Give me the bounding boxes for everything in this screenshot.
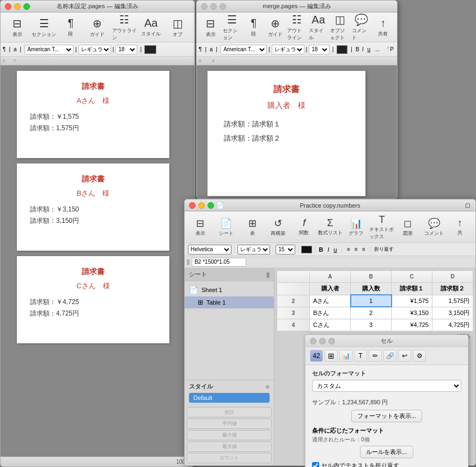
num-chart-btn[interactable]: 📊グラフ [344,213,369,241]
format-type-select[interactable]: カスタム [312,380,461,392]
num-view-btn[interactable]: ⊟表示 [188,213,213,241]
default-style[interactable]: Default [189,393,270,403]
pages-left-content: 請求書 Aさん 様 請求額：￥1,575 請求額：1,575円 請求書 Bさん … [1,65,194,467]
merge-section-btn[interactable]: ☰セクション [223,13,242,41]
num-table-btn[interactable]: ⊞表 [240,213,265,241]
toolbar-section-btn[interactable]: ☰セクション [32,13,56,41]
cell-c2[interactable]: ¥1,575 [392,295,432,307]
cp-icon-link[interactable]: 🔗 [383,350,396,362]
table-1-item[interactable]: ⊞ Table 1 [185,296,274,308]
rule-display-button[interactable]: ルールを表示... [360,446,413,458]
numbers-window-expand[interactable]: ▢ [465,202,470,208]
size-select-merge[interactable]: 18 [309,45,329,54]
num-function-btn[interactable]: f関数 [292,213,317,241]
num-comment-btn[interactable]: 💬コメント [422,213,447,241]
italic-btn[interactable]: I [326,246,330,253]
merge-paragraph-btn[interactable]: ¶段 [244,13,264,41]
cell-b3[interactable]: 2 [351,307,392,319]
cell-b4[interactable]: 3 [351,319,392,331]
cp-icon-text[interactable]: T [354,350,367,362]
bold-btn[interactable]: B [318,246,324,253]
close-btn-merge[interactable] [201,3,208,10]
num-share-btn[interactable]: ↑共 [447,213,472,241]
col-B[interactable]: B [351,271,392,283]
num-font-select[interactable]: Helvetica [188,245,231,254]
min-btn-merge[interactable] [210,3,217,10]
header-col-d[interactable]: 請求額２ [432,283,473,295]
font-select-left[interactable]: American T... [25,45,74,54]
cp-icon-42[interactable]: 42 [310,350,323,362]
merge-object-btn[interactable]: ◫オブジェクト [330,13,350,41]
merge-style-btn[interactable]: Aaスタイル [309,13,328,41]
num-rebuild-btn[interactable]: ↺再構築 [266,213,291,241]
col-D[interactable]: D [432,271,473,283]
max-btn-merge[interactable] [219,3,226,10]
toolbar-object-btn[interactable]: ◫オブ [166,13,190,41]
style-select-left[interactable]: レギュラー [78,45,111,54]
minimize-button[interactable] [14,3,21,10]
close-btn-numbers[interactable] [189,202,196,209]
cell-c3[interactable]: ¥3,150 [392,307,432,319]
cell-tl-close[interactable] [310,338,316,344]
color-swatch-merge[interactable] [337,45,348,54]
size-select-left[interactable]: 18 [115,45,137,54]
merge-share-btn[interactable]: ↑共有 [374,13,393,41]
merge-outline-btn[interactable]: ☷アウトライン [287,13,307,41]
color-swatch-left[interactable] [144,45,156,54]
col-A[interactable]: A [310,271,351,283]
num-color-swatch[interactable] [301,246,312,253]
align-center-btn[interactable]: ≡ [353,246,359,252]
header-col-c[interactable]: 請求額１ [392,283,432,295]
style-select-merge[interactable]: レギュラー [272,45,304,54]
align-right-btn[interactable]: ≡ [361,246,367,252]
sheet-1-item[interactable]: 📄 Sheet 1 [185,283,274,296]
num-formulas-btn[interactable]: Σ数式リスト [318,213,343,241]
header-col-a[interactable]: 購入者 [310,283,351,295]
num-style-select[interactable]: レギュラー [237,245,270,254]
cell-a2[interactable]: Aさん [310,295,351,307]
format-display-button[interactable]: フォーマットを表示... [351,410,422,422]
header-col-b[interactable]: 購入数 [351,283,392,295]
merge-row1: 請求額：請求額１ [224,119,349,129]
num-size-select[interactable]: 15 [276,245,295,254]
cp-icon-pencil[interactable]: ✏ [369,350,382,362]
min-btn-numbers[interactable] [198,202,205,209]
cp-icon-refresh[interactable]: ↩ [398,350,411,362]
merge-view-btn[interactable]: ⊟表示 [201,13,221,41]
maximize-button[interactable] [23,3,30,10]
cell-a3[interactable]: Bさん [310,307,351,319]
cell-ref-input[interactable]: B2 *1500*1.05 [192,258,246,266]
cell-d3[interactable]: 3,150円 [432,307,473,319]
align-left-btn[interactable]: ≡ [346,246,351,252]
cp-icon-gear[interactable]: ⚙ [413,350,426,362]
font-select-merge[interactable]: American T... [221,45,267,54]
sheet-icon: 📄 [189,286,198,294]
traffic-lights-merge [201,3,226,10]
merge-toolbar: ⊟表示 ☰セクション ¶段 ⊕ガイド ☷アウトライン Aaスタイル ◫オブジェク… [197,13,397,43]
cp-icon-grid[interactable]: ⊞ [325,350,338,362]
cell-tl-max[interactable] [328,338,335,344]
underline-btn[interactable]: u [332,246,338,253]
cell-b2[interactable]: 1 [351,295,392,307]
toolbar-style-btn[interactable]: Aaスタイル [139,13,163,41]
close-button[interactable] [5,3,11,10]
wrap-text-checkbox[interactable] [312,462,319,467]
num-sheet-btn[interactable]: 📄シート [214,213,239,241]
cp-icon-chart[interactable]: 📊 [339,350,352,362]
merge-comment-btn[interactable]: 💬コメント [352,13,371,41]
merge-guide-btn[interactable]: ⊕ガイド [266,13,285,41]
toolbar-paragraph-btn[interactable]: ¶段 [58,13,83,41]
max-btn-numbers[interactable] [208,202,214,209]
toolbar-view-btn[interactable]: ⊟表示 [5,13,29,41]
wrap-btn[interactable]: 折り返す [374,246,394,253]
cell-d4[interactable]: 4,725円 [432,319,473,331]
toolbar-guide-btn[interactable]: ⊕ガイド [85,13,109,41]
num-shape-btn[interactable]: ◻図形 [395,213,420,241]
cell-c4[interactable]: ¥4,725 [392,319,432,331]
cell-d2[interactable]: 1,575円 [432,295,473,307]
cell-tl-min[interactable] [319,338,326,344]
cell-a4[interactable]: Cさん [310,319,351,331]
num-textbox-btn[interactable]: Tテキストボックス [369,213,394,241]
toolbar-outline-btn[interactable]: ☷アウトライン [112,13,137,41]
col-C[interactable]: C [392,271,432,283]
